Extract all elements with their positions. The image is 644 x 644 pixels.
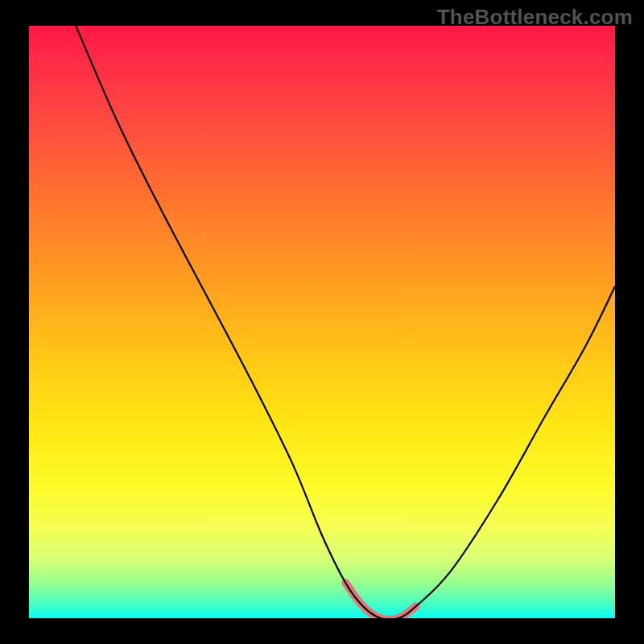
curve-overlay (29, 26, 615, 618)
plot-area (29, 26, 615, 618)
bottleneck-curve (76, 26, 615, 618)
watermark-text: TheBottleneck.com (437, 5, 633, 30)
bottom-plateau-highlight (345, 583, 415, 618)
chart-frame: TheBottleneck.com (0, 0, 644, 644)
